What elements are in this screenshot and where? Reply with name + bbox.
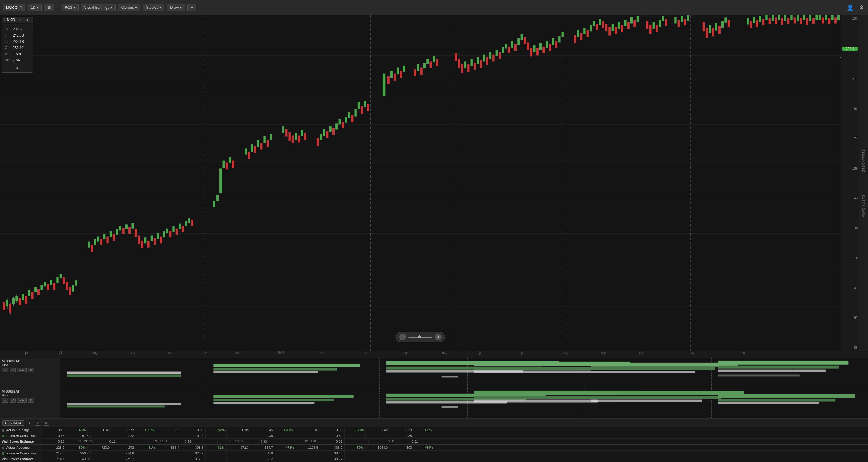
- zoom-in-button[interactable]: +: [435, 334, 441, 340]
- svg-rect-207: [709, 25, 711, 32]
- sc-rev-close-button[interactable]: ✕: [28, 398, 34, 402]
- eps-close-button[interactable]: ✕: [43, 421, 49, 426]
- svg-rect-235: [813, 18, 814, 24]
- eps-actual-label: Actual Earnings: [0, 427, 42, 433]
- y-label-174: 174: [842, 137, 858, 140]
- svg-rect-149: [493, 55, 494, 61]
- svg-rect-101: [295, 133, 297, 139]
- rev-actual-q3-v2: 972.3: [227, 445, 251, 450]
- period-button[interactable]: 9/13 ▾: [62, 4, 78, 11]
- svg-rect-269: [718, 374, 799, 376]
- timeframe-button[interactable]: 1D ▾: [28, 4, 42, 11]
- options-button[interactable]: Options ▾: [118, 4, 140, 11]
- svg-rect-276: [67, 403, 181, 405]
- svg-rect-124: [391, 71, 392, 77]
- svg-rect-127: [400, 71, 402, 77]
- svg-rect-179: [596, 24, 598, 30]
- add-indicator-button[interactable]: +: [187, 4, 196, 11]
- eps-ws-q4-v2: 0.31: [320, 439, 345, 444]
- svg-rect-183: [609, 27, 611, 35]
- svg-rect-122: [383, 74, 385, 96]
- subchart-rev: MISS/BEATREV ▲ ⤢ ◄► ✕: [0, 388, 868, 419]
- y-axis: 233 224.0 211 192 174 158 143 130 118 10…: [841, 15, 859, 351]
- sc-eps-close-button[interactable]: ✕: [28, 368, 34, 372]
- eps-expand-button[interactable]: ⤢: [35, 421, 41, 426]
- x-label-oct2: oct: [639, 351, 643, 355]
- chart-type-button[interactable]: ▦: [44, 4, 54, 11]
- svg-rect-233: [806, 19, 808, 25]
- studies-button[interactable]: Studies ▾: [143, 4, 164, 11]
- eps-ws-q5-v2: 0.31: [396, 439, 420, 444]
- eps-actual-q1-pct: +45%: [66, 427, 88, 433]
- sc-eps-up-button[interactable]: ▲: [2, 368, 8, 372]
- sc-rev-expand-button[interactable]: ⤢: [10, 398, 16, 402]
- svg-rect-219: [762, 19, 764, 25]
- ticker-badge[interactable]: LNKD ✕: [3, 4, 25, 11]
- rev-actual-q4-v2: 1108.5: [296, 445, 320, 450]
- account-button[interactable]: 👤: [846, 3, 855, 12]
- rev-ws-q1: 214.7: [42, 456, 66, 462]
- visual-earnings-button[interactable]: Visual Earnings ▾: [81, 4, 116, 11]
- svg-rect-220: [766, 15, 767, 20]
- svg-rect-87: [232, 161, 234, 168]
- svg-rect-82: [216, 195, 218, 201]
- eps-up-button[interactable]: ▲: [26, 421, 33, 425]
- svg-rect-216: [753, 17, 755, 23]
- svg-rect-89: [248, 152, 250, 158]
- draw-button[interactable]: Draw ▾: [167, 4, 185, 11]
- svg-rect-212: [725, 18, 726, 22]
- zoom-slider[interactable]: [408, 337, 433, 338]
- svg-rect-135: [433, 57, 435, 62]
- svg-rect-265: [591, 371, 695, 373]
- svg-rect-231: [800, 18, 802, 24]
- zoom-out-button[interactable]: −: [399, 334, 406, 340]
- svg-rect-86: [229, 158, 231, 163]
- svg-rect-224: [778, 15, 780, 20]
- svg-rect-137: [455, 54, 457, 61]
- settings-button[interactable]: ⚙: [858, 3, 865, 12]
- sc-eps-arrows-button[interactable]: ◄►: [17, 368, 27, 372]
- svg-rect-123: [388, 77, 389, 84]
- svg-rect-251: [67, 372, 181, 374]
- svg-rect-129: [414, 70, 416, 76]
- svg-rect-108: [327, 132, 328, 138]
- expand-button[interactable]: ⤢: [17, 18, 22, 22]
- svg-rect-115: [348, 112, 350, 118]
- x-label-aug: aug: [92, 351, 98, 355]
- sc-rev-up-button[interactable]: ▲: [2, 398, 8, 402]
- rev-est-q3: 325.9: [181, 451, 206, 456]
- sc-eps-expand-button[interactable]: ⤢: [10, 368, 16, 372]
- collapse-icon[interactable]: ▲: [16, 65, 19, 69]
- chart-area[interactable]: LNKD ⤢ ▲ O: 238.5 H: 242.38 L: 234.: [0, 15, 841, 351]
- rev-estimize-label: Estimize Consensus: [0, 451, 42, 456]
- sc-rev-arrows-button[interactable]: ◄►: [17, 398, 27, 402]
- rev-est-q1-v2: 250.7: [66, 451, 91, 456]
- svg-rect-239: [825, 15, 827, 20]
- sidebar-tab-stocktwits[interactable]: STOCKTWITS: [861, 147, 867, 174]
- svg-rect-213: [728, 20, 730, 26]
- rev-actual-q5: 363.7: [320, 445, 345, 450]
- svg-rect-140: [464, 62, 466, 68]
- svg-rect-237: [819, 15, 820, 20]
- svg-rect-52: [104, 234, 105, 239]
- eps-actual-q2-val: 0.22: [112, 427, 136, 433]
- symbol-display: LNKD ⤢ ▲: [1, 16, 33, 23]
- svg-rect-59: [125, 225, 127, 229]
- svg-rect-112: [339, 120, 341, 124]
- svg-rect-284: [441, 406, 458, 408]
- svg-rect-55: [113, 234, 115, 240]
- svg-rect-194: [650, 25, 651, 33]
- ticker-close-icon[interactable]: ✕: [19, 5, 22, 10]
- zoom-slider-thumb[interactable]: [418, 335, 421, 338]
- eps-ws-q3-pe: PE: 160.0: [218, 439, 245, 444]
- svg-rect-177: [590, 25, 592, 31]
- eps-est-q6: 0.35: [390, 433, 414, 438]
- svg-rect-164: [539, 43, 541, 50]
- svg-rect-188: [624, 20, 626, 26]
- arrow-up-button[interactable]: ▲: [24, 18, 30, 22]
- subchart-eps-svg: [60, 358, 868, 388]
- rev-actual-row: Actual Revenue 228.2 +89% 723.9 252 +81%…: [0, 444, 868, 451]
- sidebar-tab-watchlists[interactable]: WATCHLISTS: [861, 192, 867, 219]
- chart-svg[interactable]: [0, 15, 841, 351]
- svg-rect-167: [549, 44, 551, 51]
